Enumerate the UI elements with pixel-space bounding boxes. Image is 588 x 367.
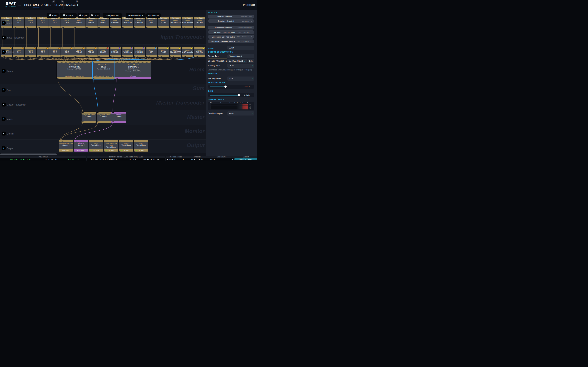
port-icon[interactable] [137, 62, 138, 63]
tracking-index-dropdown[interactable]: none ▼ [227, 76, 254, 81]
port-icon[interactable] [58, 78, 59, 79]
port-icon[interactable] [58, 62, 59, 63]
port-icon[interactable] [26, 56, 26, 57]
source-block[interactable]: MonoCBASS [97, 47, 109, 57]
port-icon[interactable] [86, 62, 87, 63]
port-icon[interactable] [62, 48, 63, 49]
port-icon[interactable] [89, 56, 89, 57]
tab-setup[interactable]: Setup [33, 0, 40, 10]
port-icon[interactable] [60, 62, 61, 63]
port-icon[interactable] [4, 56, 5, 57]
port-icon[interactable] [57, 78, 58, 79]
port-icon[interactable] [173, 56, 174, 57]
port-icon[interactable] [93, 78, 94, 79]
output-block[interactable]: SantQuentnThetre71Output 1Hardware [59, 140, 73, 151]
duplicate-selected-button[interactable]: Duplicate SelectedCommand + D [208, 19, 254, 23]
port-icon[interactable] [116, 62, 117, 63]
port-icon[interactable] [138, 62, 139, 63]
port-icon[interactable] [51, 27, 52, 28]
port-icon[interactable] [69, 62, 70, 63]
port-icon[interactable] [112, 112, 113, 113]
mute-badge[interactable]: M [76, 0, 78, 3]
port-icon[interactable] [149, 62, 149, 63]
port-icon[interactable] [86, 56, 87, 57]
hardware-input-block[interactable]: HardwareMonoPIANO DI [110, 17, 121, 28]
source-block[interactable]: MonoSN 1 [13, 47, 25, 57]
output-block[interactable]: BinauralOutput 2Hardware [74, 140, 88, 151]
panning-type-dropdown[interactable]: DBAP ▼ [227, 64, 254, 68]
port-icon[interactable] [62, 141, 63, 142]
port-icon[interactable] [40, 56, 41, 57]
routing-canvas[interactable]: Input TranscoderRoomSumMaster Transcoder… [0, 10, 206, 156]
output-block[interactable]: StereoTrack NameReturn [134, 140, 148, 151]
port-icon[interactable] [130, 62, 131, 63]
port-icon[interactable] [89, 62, 89, 63]
source-block[interactable]: MonoFLUTE [158, 47, 169, 57]
port-icon[interactable] [38, 56, 39, 57]
port-icon[interactable] [51, 56, 52, 57]
port-icon[interactable] [122, 48, 123, 49]
hamburger-menu-icon[interactable] [18, 4, 21, 7]
port-icon[interactable] [77, 62, 78, 63]
port-icon[interactable] [74, 48, 75, 49]
port-icon[interactable] [160, 56, 160, 57]
output-block[interactable]: StereoTrack NameReturn [119, 140, 133, 151]
port-icon[interactable] [65, 62, 66, 63]
port-icon[interactable] [3, 56, 4, 57]
port-icon[interactable] [194, 48, 195, 49]
port-icon[interactable] [76, 141, 77, 142]
port-icon[interactable] [27, 56, 28, 57]
source-block[interactable]: MonoPERC 1 [73, 47, 85, 57]
port-icon[interactable] [16, 56, 17, 57]
port-icon[interactable] [78, 62, 79, 63]
port-icon[interactable] [110, 27, 111, 28]
source-block[interactable]: StereoOH 2 [61, 47, 73, 57]
port-icon[interactable] [113, 112, 114, 113]
port-icon[interactable] [86, 48, 87, 49]
master-block[interactable]: SantQuentnThetre71Output [82, 112, 96, 123]
port-icon[interactable] [3, 27, 4, 28]
add-input-button[interactable]: + [2, 21, 6, 25]
hardware-input-block[interactable]: HardwareMonoFLUTE [158, 17, 169, 28]
port-icon[interactable] [145, 62, 146, 63]
port-icon[interactable] [133, 62, 134, 63]
hardware-input-block[interactable]: HardwareMonoCOR Anglais [182, 17, 193, 28]
source-block[interactable]: MonoPIANO Hi [134, 47, 145, 57]
port-icon[interactable] [27, 27, 28, 28]
port-icon[interactable] [125, 62, 126, 63]
port-icon[interactable] [110, 56, 111, 57]
port-icon[interactable] [111, 56, 112, 57]
source-block[interactable]: MonoPIANO DI [110, 47, 121, 57]
port-icon[interactable] [14, 48, 14, 49]
port-icon[interactable] [76, 62, 76, 63]
room-block[interactable]: Channel BasedBINAURAL 1(HRTF: Kemar)Pann… [115, 61, 151, 79]
port-icon[interactable] [62, 56, 63, 57]
port-icon[interactable] [184, 27, 185, 28]
port-icon[interactable] [87, 56, 88, 57]
port-icon[interactable] [98, 56, 99, 57]
port-icon[interactable] [15, 27, 16, 28]
source-block[interactable]: MonoSAX Alto [194, 47, 205, 57]
open-button[interactable]: Open [78, 13, 89, 18]
speaker-arrangement-dropdown[interactable]: SantQuntnThtre71 ▼ [227, 59, 247, 63]
port-icon[interactable] [81, 62, 82, 63]
hardware-input-block[interactable]: HardwareMonoCBASS [97, 17, 109, 28]
preferences-button[interactable]: Preferences [243, 0, 255, 10]
status-absolute[interactable]: Absolute▼ [165, 158, 185, 161]
port-icon[interactable] [50, 27, 51, 28]
port-icon[interactable] [170, 27, 171, 28]
name-input[interactable] [227, 46, 254, 50]
port-icon[interactable] [52, 56, 53, 57]
save-as-button[interactable]: Save as [60, 13, 77, 18]
port-icon[interactable] [158, 48, 159, 49]
tab-home[interactable]: Home [23, 0, 32, 10]
port-icon[interactable] [182, 56, 183, 57]
port-icon[interactable] [26, 48, 26, 49]
port-icon[interactable] [172, 56, 173, 57]
port-icon[interactable] [184, 56, 185, 57]
add-input-transcoder-button[interactable]: + [2, 35, 6, 40]
port-icon[interactable] [50, 48, 51, 49]
port-icon[interactable] [149, 56, 150, 57]
port-icon[interactable] [116, 78, 117, 79]
output-block[interactable]: Dolby Atmos 514 LCRTrack NameReturn [104, 140, 118, 151]
